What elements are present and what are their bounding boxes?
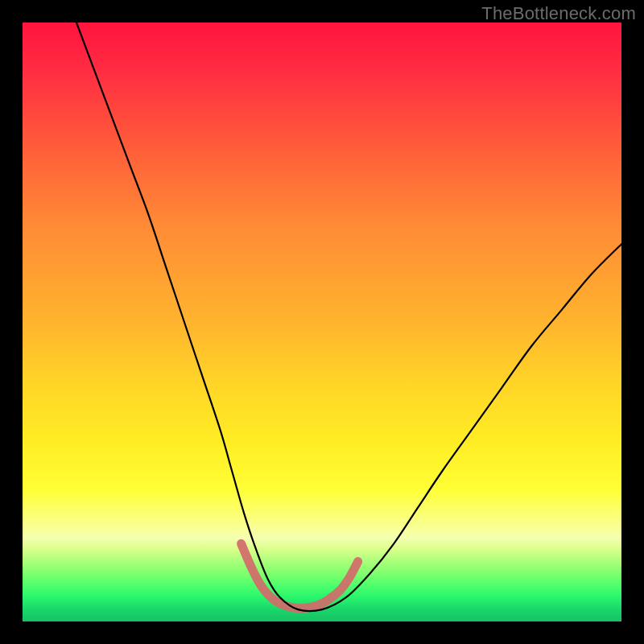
bottleneck-curve-path bbox=[76, 23, 621, 611]
chart-svg bbox=[23, 23, 621, 621]
watermark-text: TheBottleneck.com bbox=[481, 3, 636, 24]
valley-highlight-path bbox=[242, 543, 358, 608]
chart-frame: TheBottleneck.com bbox=[0, 0, 644, 644]
